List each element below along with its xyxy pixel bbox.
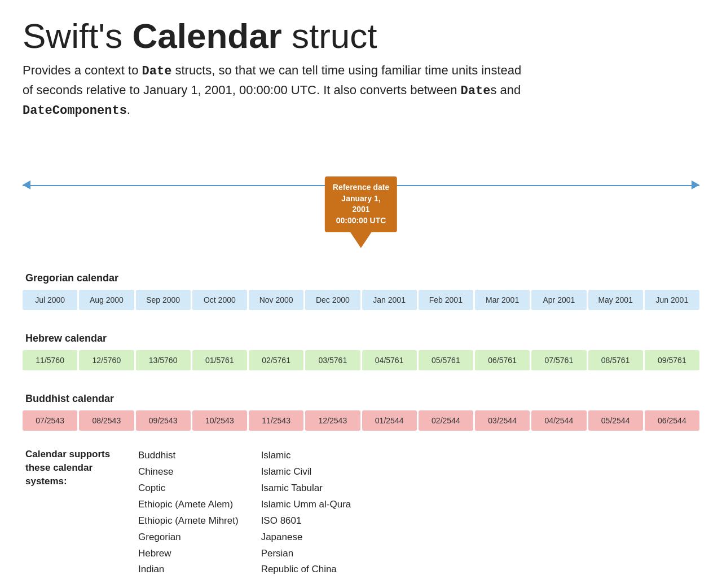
gregorian-cell: Nov 2000	[249, 290, 303, 310]
hebrew-row: 11/576012/576013/576001/576102/576103/57…	[23, 350, 699, 370]
gregorian-cell: Aug 2000	[79, 290, 134, 310]
timeline-section: Reference date January 1, 2001 00:00:00 …	[23, 176, 699, 255]
buddhist-cell: 11/2543	[249, 410, 303, 431]
hebrew-label: Hebrew calendar	[23, 333, 699, 344]
ref-date-line3: 00:00:00 UTC	[333, 215, 389, 227]
gregorian-cell: Apr 2001	[531, 290, 586, 310]
buddhist-cell: 10/2543	[192, 410, 247, 431]
hebrew-section: Hebrew calendar 11/576012/576013/576001/…	[23, 327, 699, 370]
system-item: Isamic Tabular	[261, 480, 351, 497]
calendar-systems: Calendar supports these calendar systems…	[23, 448, 699, 578]
gregorian-cell: May 2001	[588, 290, 643, 310]
systems-col2: IslamicIslamic CivilIsamic TabularIslami…	[261, 448, 351, 578]
hebrew-cell: 05/5761	[419, 350, 473, 370]
system-item: Japanese	[261, 529, 351, 546]
gregorian-cell: Jul 2000	[23, 290, 77, 310]
system-item: Islamic Umm al-Qura	[261, 497, 351, 513]
systems-label: Calendar supports these calendar systems…	[25, 448, 116, 578]
system-item: Indian	[138, 562, 239, 578]
hebrew-cell: 03/5761	[305, 350, 360, 370]
hebrew-cell: 09/5761	[645, 350, 699, 370]
buddhist-cell: 09/2543	[136, 410, 191, 431]
reference-date-balloon: Reference date January 1, 2001 00:00:00 …	[325, 176, 397, 232]
gregorian-cell: Feb 2001	[419, 290, 473, 310]
title-end: struct	[282, 16, 377, 55]
system-item: Persian	[261, 546, 351, 562]
gregorian-cell: Oct 2000	[192, 290, 247, 310]
buddhist-cell: 01/2544	[362, 410, 417, 431]
ref-date-line1: January 1,	[333, 193, 389, 205]
buddhist-cell: 02/2544	[419, 410, 473, 431]
system-item: Ethiopic (Amete Alem)	[138, 497, 239, 513]
ref-date-label: Reference date	[333, 182, 389, 193]
calendar-wrapper: Reference date January 1, 2001 00:00:00 …	[23, 176, 699, 578]
system-item: Buddhist	[138, 448, 239, 464]
hebrew-cell: 06/5761	[475, 350, 530, 370]
system-item: Chinese	[138, 464, 239, 480]
hebrew-cell: 13/5760	[136, 350, 191, 370]
system-item: ISO 8601	[261, 513, 351, 529]
gregorian-row: Jul 2000Aug 2000Sep 2000Oct 2000Nov 2000…	[23, 290, 699, 310]
arrow-left-icon	[23, 180, 30, 189]
system-item: Gregorian	[138, 529, 239, 546]
system-item: Republic of China	[261, 562, 351, 578]
gregorian-cell: Sep 2000	[136, 290, 191, 310]
system-item: Ethiopic (Amete Mihret)	[138, 513, 239, 529]
page-title: Swift's Calendar struct	[23, 17, 699, 55]
gregorian-cell: Jun 2001	[645, 290, 699, 310]
systems-col1: BuddhistChineseCopticEthiopic (Amete Ale…	[138, 448, 239, 578]
buddhist-cell: 03/2544	[475, 410, 530, 431]
buddhist-cell: 07/2543	[23, 410, 77, 431]
hebrew-cell: 11/5760	[23, 350, 77, 370]
system-item: Coptic	[138, 480, 239, 497]
gregorian-section: Gregorian calendar Jul 2000Aug 2000Sep 2…	[23, 267, 699, 310]
hebrew-cell: 07/5761	[531, 350, 586, 370]
ref-date-line2: 2001	[333, 204, 389, 215]
buddhist-cell: 08/2543	[79, 410, 134, 431]
system-item: Hebrew	[138, 546, 239, 562]
title-plain: Swift's	[23, 16, 132, 55]
buddhist-row: 07/254308/254309/254310/254311/254312/25…	[23, 410, 699, 431]
buddhist-cell: 04/2544	[531, 410, 586, 431]
hebrew-cell: 04/5761	[362, 350, 417, 370]
gregorian-cell: Dec 2000	[305, 290, 360, 310]
buddhist-cell: 12/2543	[305, 410, 360, 431]
hebrew-cell: 02/5761	[249, 350, 303, 370]
reference-date-container: Reference date January 1, 2001 00:00:00 …	[325, 176, 397, 232]
title-bold: Calendar	[132, 16, 281, 55]
buddhist-label: Buddhist calendar	[23, 393, 699, 405]
subtitle: Provides a context to Date structs, so t…	[23, 61, 530, 120]
system-item: Islamic Civil	[261, 464, 351, 480]
system-item: Islamic	[261, 448, 351, 464]
hebrew-cell: 12/5760	[79, 350, 134, 370]
arrow-right-icon	[692, 180, 699, 189]
gregorian-cell: Jan 2001	[362, 290, 417, 310]
gregorian-label: Gregorian calendar	[23, 272, 699, 284]
buddhist-cell: 06/2544	[645, 410, 699, 431]
buddhist-section: Buddhist calendar 07/254308/254309/25431…	[23, 387, 699, 431]
hebrew-cell: 08/5761	[588, 350, 643, 370]
hebrew-cell: 01/5761	[192, 350, 247, 370]
gregorian-cell: Mar 2001	[475, 290, 530, 310]
buddhist-cell: 05/2544	[588, 410, 643, 431]
